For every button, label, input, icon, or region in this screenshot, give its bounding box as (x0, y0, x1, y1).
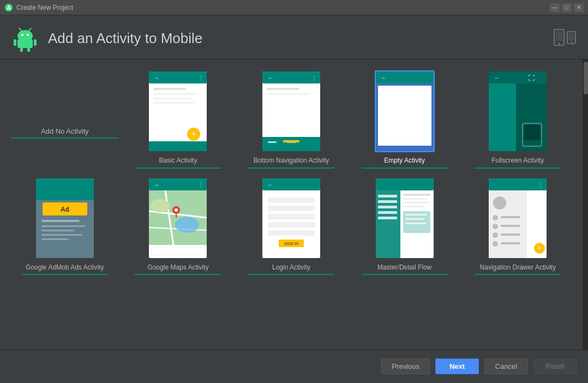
bottom-bar: Previous Next Cancel Finish (0, 350, 588, 382)
svg-rect-39 (283, 140, 299, 142)
tile-empty-activity[interactable]: ← Empty Activity (351, 70, 459, 169)
svg-rect-10 (34, 39, 37, 46)
svg-rect-43 (378, 86, 431, 146)
tile-no-activity[interactable]: Add No Activity (11, 70, 119, 169)
svg-rect-79 (268, 214, 315, 219)
tile-nav-drawer-underline (475, 274, 561, 275)
svg-rect-14 (556, 31, 562, 41)
svg-text:←: ← (154, 182, 160, 188)
svg-rect-17 (568, 33, 574, 40)
svg-text:⋮: ⋮ (311, 75, 317, 81)
svg-rect-108 (501, 225, 520, 227)
tile-basic-activity-image: ← ⋮ + (148, 70, 208, 152)
tile-master-detail-label: Master/Detail Flow (377, 264, 431, 272)
svg-rect-94 (403, 202, 429, 204)
svg-rect-23 (153, 88, 186, 90)
svg-rect-77 (268, 198, 315, 203)
svg-point-5 (27, 34, 29, 36)
svg-rect-88 (378, 200, 397, 203)
svg-rect-8 (17, 39, 33, 48)
tile-maps[interactable]: ← ⋮ (124, 177, 232, 276)
tile-bottom-nav-underline (248, 167, 334, 169)
tile-basic-activity-label: Basic Activity (159, 157, 197, 165)
svg-rect-80 (268, 222, 315, 228)
svg-text:←: ← (268, 182, 273, 188)
svg-point-15 (559, 43, 560, 45)
maximize-button[interactable]: □ (562, 3, 572, 12)
svg-point-109 (493, 232, 498, 238)
svg-rect-99 (405, 223, 426, 224)
svg-rect-26 (153, 102, 194, 104)
svg-rect-110 (501, 234, 520, 236)
tile-empty-activity-label: Empty Activity (384, 157, 425, 165)
previous-button[interactable]: Previous (381, 358, 430, 374)
title-bar-controls: — □ ✕ (550, 3, 584, 12)
tile-nav-drawer-image: ⋮ (488, 177, 548, 259)
svg-text:←: ← (154, 75, 160, 81)
scrollbar-thumb[interactable] (584, 62, 588, 94)
svg-rect-35 (267, 93, 310, 95)
svg-rect-106 (501, 216, 520, 218)
svg-point-111 (493, 241, 498, 247)
svg-rect-97 (405, 214, 427, 216)
tile-master-detail[interactable]: Master/Detail Flow (351, 177, 459, 276)
svg-text:←: ← (381, 75, 387, 81)
svg-rect-56 (41, 225, 85, 227)
tile-master-detail-image (375, 177, 435, 259)
svg-rect-64 (149, 190, 207, 245)
tile-nav-drawer-label: Navigation Drawer Activity (480, 264, 556, 272)
svg-rect-98 (405, 218, 424, 220)
tile-nav-drawer[interactable]: ⋮ (464, 177, 572, 276)
tile-basic-activity[interactable]: ← ⋮ + Basic Activity (124, 70, 232, 169)
tile-login[interactable]: ← SIGN IN Login Activity (237, 177, 345, 276)
minimize-button[interactable]: — (550, 3, 560, 12)
svg-rect-57 (41, 230, 74, 231)
phone-icon (553, 29, 577, 47)
svg-rect-12 (27, 47, 30, 52)
svg-text:Ad: Ad (61, 206, 69, 213)
cancel-button[interactable]: Cancel (484, 358, 528, 374)
svg-rect-92 (403, 194, 430, 196)
activity-grid-area: Add No Activity ← ⋮ (0, 59, 583, 350)
tile-admob-label: Google AdMob Ads Activity (26, 264, 104, 272)
tile-no-activity-underline (11, 137, 119, 139)
next-button[interactable]: Next (435, 358, 479, 374)
svg-rect-50 (524, 125, 540, 140)
svg-rect-29 (149, 141, 207, 151)
tile-fullscreen-image: ← ⛶ (488, 70, 548, 152)
tile-login-label: Login Activity (272, 264, 310, 272)
svg-rect-95 (403, 206, 425, 207)
tile-fullscreen-underline (475, 167, 561, 169)
tile-empty-activity-image: ← (375, 70, 435, 152)
header: Add an Activity to Mobile (0, 15, 588, 59)
svg-text:⋮: ⋮ (198, 182, 203, 188)
tile-basic-activity-underline (135, 167, 221, 169)
tile-maps-image: ← ⋮ (148, 177, 208, 259)
svg-text:⛶: ⛶ (528, 74, 535, 82)
tile-login-underline (248, 274, 334, 275)
svg-point-71 (175, 208, 178, 212)
finish-button[interactable]: Finish (533, 358, 577, 374)
svg-rect-78 (268, 206, 315, 211)
svg-rect-59 (41, 238, 69, 240)
svg-rect-11 (20, 47, 23, 52)
main-content: Add No Activity ← ⋮ (0, 59, 588, 350)
svg-text:SIGN IN: SIGN IN (284, 242, 298, 246)
tile-login-image: ← SIGN IN (261, 177, 321, 259)
tile-admob[interactable]: Ad Google AdMob Ads Activity (11, 177, 119, 276)
tile-no-activity-label: Add No Activity (41, 127, 88, 135)
svg-text:←: ← (268, 75, 273, 81)
close-button[interactable]: ✕ (574, 3, 584, 12)
tile-fullscreen-label: Fullscreen Activity (491, 157, 544, 165)
svg-point-107 (493, 224, 498, 229)
tile-bottom-nav[interactable]: ← ⋮ Bottom Navigation Activity (237, 70, 345, 169)
svg-rect-37 (268, 141, 277, 143)
tile-fullscreen[interactable]: ← ⛶ Fullscreen Activity (464, 70, 572, 169)
scrollbar[interactable] (583, 59, 588, 350)
svg-rect-52 (36, 178, 94, 200)
tile-bottom-nav-image: ← ⋮ (261, 70, 321, 152)
svg-rect-58 (41, 234, 82, 236)
svg-rect-112 (501, 242, 520, 244)
svg-point-69 (150, 199, 170, 212)
svg-point-68 (175, 217, 199, 233)
